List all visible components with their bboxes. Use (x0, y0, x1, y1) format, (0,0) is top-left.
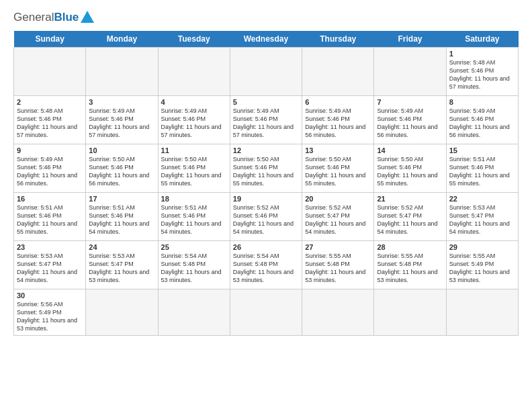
calendar-cell: 8Sunrise: 5:49 AMSunset: 5:46 PMDaylight… (446, 96, 518, 144)
date-number: 23 (17, 243, 83, 251)
cell-info: Sunrise: 5:55 AMSunset: 5:49 PMDaylight:… (449, 252, 515, 285)
cell-info: Sunrise: 5:54 AMSunset: 5:48 PMDaylight:… (233, 252, 299, 285)
calendar-cell: 5Sunrise: 5:49 AMSunset: 5:46 PMDaylight… (230, 96, 302, 144)
date-number: 25 (161, 243, 227, 251)
calendar-cell: 10Sunrise: 5:50 AMSunset: 5:46 PMDayligh… (86, 144, 158, 193)
calendar-cell: 28Sunrise: 5:55 AMSunset: 5:48 PMDayligh… (374, 241, 446, 289)
date-number: 13 (305, 146, 371, 154)
cell-info: Sunrise: 5:55 AMSunset: 5:48 PMDaylight:… (377, 252, 443, 285)
date-number: 17 (89, 195, 154, 203)
date-number: 26 (233, 243, 299, 251)
cell-info: Sunrise: 5:53 AMSunset: 5:47 PMDaylight:… (449, 203, 515, 236)
cell-info: Sunrise: 5:49 AMSunset: 5:46 PMDaylight:… (17, 155, 83, 188)
calendar-cell: 7Sunrise: 5:49 AMSunset: 5:46 PMDaylight… (374, 96, 446, 144)
date-number: 30 (17, 291, 83, 300)
calendar-cell (374, 48, 446, 96)
date-number: 4 (161, 98, 227, 106)
calendar-cell: 6Sunrise: 5:49 AMSunset: 5:46 PMDaylight… (302, 96, 374, 144)
calendar-cell: 18Sunrise: 5:51 AMSunset: 5:46 PMDayligh… (158, 193, 230, 241)
date-number: 27 (305, 243, 371, 251)
cell-info: Sunrise: 5:51 AMSunset: 5:46 PMDaylight:… (89, 203, 154, 236)
cell-info: Sunrise: 5:49 AMSunset: 5:46 PMDaylight:… (89, 107, 154, 140)
cell-info: Sunrise: 5:51 AMSunset: 5:46 PMDaylight:… (161, 203, 227, 236)
calendar-cell (230, 289, 302, 336)
calendar-cell (86, 289, 158, 336)
calendar-cell: 13Sunrise: 5:50 AMSunset: 5:46 PMDayligh… (302, 144, 374, 193)
calendar-body: 1Sunrise: 5:48 AMSunset: 5:46 PMDaylight… (14, 48, 519, 336)
date-number: 16 (17, 195, 83, 203)
calendar-cell: 1Sunrise: 5:48 AMSunset: 5:46 PMDaylight… (446, 48, 518, 96)
calendar-cell: 25Sunrise: 5:54 AMSunset: 5:48 PMDayligh… (158, 241, 230, 289)
calendar-cell: 16Sunrise: 5:51 AMSunset: 5:46 PMDayligh… (14, 193, 86, 241)
calendar-cell: 9Sunrise: 5:49 AMSunset: 5:46 PMDaylight… (14, 144, 86, 193)
calendar-cell: 30Sunrise: 5:56 AMSunset: 5:49 PMDayligh… (14, 289, 86, 336)
calendar-cell: 4Sunrise: 5:49 AMSunset: 5:46 PMDaylight… (158, 96, 230, 144)
cell-info: Sunrise: 5:48 AMSunset: 5:46 PMDaylight:… (17, 107, 83, 140)
calendar-cell (302, 48, 374, 96)
week-row-4: 16Sunrise: 5:51 AMSunset: 5:46 PMDayligh… (14, 193, 519, 241)
calendar-cell (230, 48, 302, 96)
cell-info: Sunrise: 5:53 AMSunset: 5:47 PMDaylight:… (17, 252, 83, 285)
calendar-cell: 12Sunrise: 5:50 AMSunset: 5:46 PMDayligh… (230, 144, 302, 193)
date-number: 11 (161, 146, 227, 154)
calendar-cell (302, 289, 374, 336)
day-header-saturday: Saturday (446, 31, 518, 48)
calendar-cell: 11Sunrise: 5:50 AMSunset: 5:46 PMDayligh… (158, 144, 230, 193)
day-header-friday: Friday (374, 31, 446, 48)
week-row-5: 23Sunrise: 5:53 AMSunset: 5:47 PMDayligh… (14, 241, 519, 289)
cell-info: Sunrise: 5:54 AMSunset: 5:48 PMDaylight:… (161, 252, 227, 285)
day-header-wednesday: Wednesday (230, 31, 302, 48)
date-number: 12 (233, 146, 299, 154)
date-number: 22 (449, 195, 515, 203)
cell-info: Sunrise: 5:49 AMSunset: 5:46 PMDaylight:… (305, 107, 371, 140)
day-header-tuesday: Tuesday (158, 31, 230, 48)
calendar-cell: 14Sunrise: 5:50 AMSunset: 5:46 PMDayligh… (374, 144, 446, 193)
date-number: 7 (377, 98, 443, 106)
cell-info: Sunrise: 5:50 AMSunset: 5:46 PMDaylight:… (161, 155, 227, 188)
cell-info: Sunrise: 5:50 AMSunset: 5:46 PMDaylight:… (89, 155, 154, 188)
calendar-cell: 3Sunrise: 5:49 AMSunset: 5:46 PMDaylight… (86, 96, 158, 144)
date-number: 2 (17, 98, 83, 106)
cell-info: Sunrise: 5:50 AMSunset: 5:46 PMDaylight:… (233, 155, 299, 188)
cell-info: Sunrise: 5:49 AMSunset: 5:46 PMDaylight:… (161, 107, 227, 140)
calendar-cell: 20Sunrise: 5:52 AMSunset: 5:47 PMDayligh… (302, 193, 374, 241)
date-number: 20 (305, 195, 371, 203)
calendar-cell (14, 48, 86, 96)
calendar-cell: 23Sunrise: 5:53 AMSunset: 5:47 PMDayligh… (14, 241, 86, 289)
date-number: 29 (449, 243, 515, 251)
calendar-cell: 22Sunrise: 5:53 AMSunset: 5:47 PMDayligh… (446, 193, 518, 241)
calendar-cell (86, 48, 158, 96)
cell-info: Sunrise: 5:50 AMSunset: 5:46 PMDaylight:… (305, 155, 371, 188)
cell-info: Sunrise: 5:52 AMSunset: 5:46 PMDaylight:… (233, 203, 299, 236)
calendar-cell: 29Sunrise: 5:55 AMSunset: 5:49 PMDayligh… (446, 241, 518, 289)
date-number: 9 (17, 146, 83, 154)
logo-general-text: General (13, 11, 54, 24)
day-header-sunday: Sunday (14, 31, 86, 48)
calendar-cell: 15Sunrise: 5:51 AMSunset: 5:46 PMDayligh… (446, 144, 518, 193)
cell-info: Sunrise: 5:49 AMSunset: 5:46 PMDaylight:… (377, 107, 443, 140)
date-number: 24 (89, 243, 154, 251)
logo: General Blue (13, 11, 94, 24)
week-row-2: 2Sunrise: 5:48 AMSunset: 5:46 PMDaylight… (14, 96, 519, 144)
calendar-cell: 27Sunrise: 5:55 AMSunset: 5:48 PMDayligh… (302, 241, 374, 289)
cell-info: Sunrise: 5:51 AMSunset: 5:46 PMDaylight:… (449, 155, 515, 188)
date-number: 10 (89, 146, 154, 154)
date-number: 21 (377, 195, 443, 203)
calendar-cell (158, 48, 230, 96)
cell-info: Sunrise: 5:52 AMSunset: 5:47 PMDaylight:… (305, 203, 371, 236)
week-row-1: 1Sunrise: 5:48 AMSunset: 5:46 PMDaylight… (14, 48, 519, 96)
cell-info: Sunrise: 5:49 AMSunset: 5:46 PMDaylight:… (449, 107, 515, 140)
date-number: 5 (233, 98, 299, 106)
date-number: 1 (449, 50, 515, 58)
date-number: 28 (377, 243, 443, 251)
date-number: 18 (161, 195, 227, 203)
date-number: 19 (233, 195, 299, 203)
calendar-cell: 21Sunrise: 5:52 AMSunset: 5:47 PMDayligh… (374, 193, 446, 241)
logo-triangle-icon (81, 11, 94, 23)
calendar-cell (158, 289, 230, 336)
week-row-3: 9Sunrise: 5:49 AMSunset: 5:46 PMDaylight… (14, 144, 519, 193)
calendar-cell: 2Sunrise: 5:48 AMSunset: 5:46 PMDaylight… (14, 96, 86, 144)
cell-info: Sunrise: 5:48 AMSunset: 5:46 PMDaylight:… (449, 58, 515, 91)
cell-info: Sunrise: 5:55 AMSunset: 5:48 PMDaylight:… (305, 252, 371, 285)
calendar-table: SundayMondayTuesdayWednesdayThursdayFrid… (13, 31, 519, 336)
